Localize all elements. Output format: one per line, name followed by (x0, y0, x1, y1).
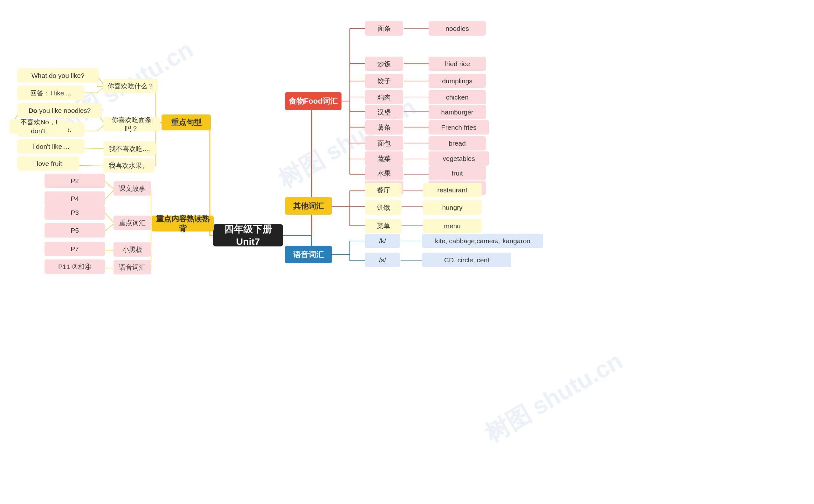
q1-node: 你喜欢吃什么？ (103, 79, 158, 93)
svg-line-19 (105, 190, 114, 199)
food-vocab-label: 食物Food词汇 (289, 96, 338, 106)
q1-en2-node: 回答：I like.... (17, 86, 84, 100)
watermark-3: 树图 shutu.cn (479, 345, 628, 450)
sentence-type-label: 重点句型 (171, 117, 202, 127)
chicken-en-node: chicken (429, 90, 486, 104)
key-vocab-node: 重点词汇 (114, 216, 151, 230)
phonics-left-label: 语音词汇 (119, 263, 146, 272)
q1-en1-node: What do you like? (17, 68, 99, 83)
other-vocab-label: 其他词汇 (293, 201, 324, 211)
p11-node: P11 ②和④ (45, 259, 105, 274)
mindmap-container: 树图 shutu.cn 树图 shutu.cn 树图 shutu.cn 四年级下… (0, 0, 814, 504)
p4-node: P4 (45, 191, 105, 206)
friedrice-zh-node: 炒饭 (365, 57, 403, 71)
p7-node: P7 (45, 242, 105, 256)
vegetables-zh-node: 蔬菜 (365, 151, 403, 166)
s-examples-node: CD, circle, cent (422, 253, 511, 267)
food-vocab-node: 食物Food词汇 (285, 92, 341, 110)
restaurant-en-node: restaurant (423, 183, 482, 197)
q2-label: 你喜欢吃面条吗？ (107, 115, 157, 133)
phonics-right-label: 语音词汇 (293, 250, 324, 259)
p5-label: P5 (71, 226, 79, 235)
q4-en-label: I love fruit. (33, 159, 64, 168)
svg-line-17 (105, 182, 114, 190)
key-vocab-label: 重点词汇 (119, 218, 146, 227)
q3-node: 我不喜欢吃.... (103, 142, 156, 156)
q4-en-node: I love fruit. (17, 156, 79, 171)
blackboard-node: 小黑板 (114, 242, 151, 257)
noodles-zh-node: 面条 (365, 21, 403, 36)
key-content-label: 重点内容熟读熟背 (155, 214, 210, 233)
dumplings-zh-node: 饺子 (365, 74, 403, 88)
q3-en-label: I don't like.... (32, 142, 69, 151)
q2-en3-node: 不喜欢No，I don't. (10, 119, 68, 134)
p2-label: P2 (71, 176, 79, 185)
menu-zh-node: 菜单 (365, 219, 402, 233)
center-node: 四年级下册Unit7 (213, 224, 283, 246)
s-sound-node: /s/ (365, 253, 400, 267)
svg-line-23 (105, 223, 114, 231)
key-content-node: 重点内容熟读熟背 (152, 216, 214, 231)
fruit-zh-node: 水果 (365, 166, 403, 180)
q1-label: 你喜欢吃什么？ (107, 82, 154, 90)
svg-line-21 (105, 213, 114, 223)
p3-node: P3 (45, 205, 105, 220)
menu-en-node: menu (423, 219, 482, 233)
phonics-left-node: 语音词汇 (114, 260, 151, 274)
hungry-en-node: hungry (423, 200, 482, 215)
q2-en1-label: Do you like noodles? (28, 106, 91, 115)
q3-label: 我不喜欢吃.... (109, 144, 150, 153)
sentence-type-node: 重点句型 (162, 114, 211, 130)
q3-en-node: I don't like.... (17, 139, 84, 154)
p7-label: P7 (71, 245, 79, 253)
fries-en-node: French fries (429, 120, 489, 135)
q4-node: 我喜欢水果。 (103, 158, 154, 173)
center-label: 四年级下册Unit7 (222, 223, 274, 248)
k-sound-node: /k/ (365, 234, 400, 248)
hungry-zh-node: 饥饿 (365, 200, 402, 215)
p5-node: P5 (45, 223, 105, 238)
k-examples-node: kite, cabbage,camera, kangaroo (422, 234, 543, 248)
hamburger-zh-node: 汉堡 (365, 105, 403, 119)
text-story-label: 课文故事 (119, 184, 146, 193)
q2-en1-node: Do you like noodles? (17, 103, 102, 118)
noodles-en-node: noodles (429, 21, 486, 36)
other-vocab-node: 其他词汇 (285, 197, 332, 215)
p3-label: P3 (71, 208, 79, 217)
restaurant-zh-node: 餐厅 (365, 183, 402, 197)
q2-node: 你喜欢吃面条吗？ (103, 117, 160, 131)
q1-en2-label: 回答：I like.... (30, 89, 72, 97)
vegetables-en-node: vegetables (429, 151, 489, 166)
fruit-en-node: fruit (429, 166, 486, 180)
p4-label: P4 (71, 194, 79, 203)
blackboard-label: 小黑板 (122, 245, 142, 254)
p11-label: P11 ②和④ (58, 262, 91, 271)
text-story-node: 课文故事 (114, 181, 151, 196)
p2-node: P2 (45, 174, 105, 188)
friedrice-en-node: fried rice (429, 57, 486, 71)
hamburger-en-node: hamburger (429, 105, 486, 119)
chicken-zh-node: 鸡肉 (365, 90, 403, 104)
bread-zh-node: 面包 (365, 136, 403, 150)
q4-label: 我喜欢水果。 (109, 161, 149, 170)
dumplings-en-node: dumplings (429, 74, 486, 88)
bread-en-node: bread (429, 136, 486, 150)
phonics-right-node: 语音词汇 (285, 246, 332, 263)
q1-en1-label: What do you like? (31, 71, 85, 80)
fries-zh-node: 薯条 (365, 120, 403, 135)
q2-en3-label: 不喜欢No，I don't. (13, 118, 65, 135)
